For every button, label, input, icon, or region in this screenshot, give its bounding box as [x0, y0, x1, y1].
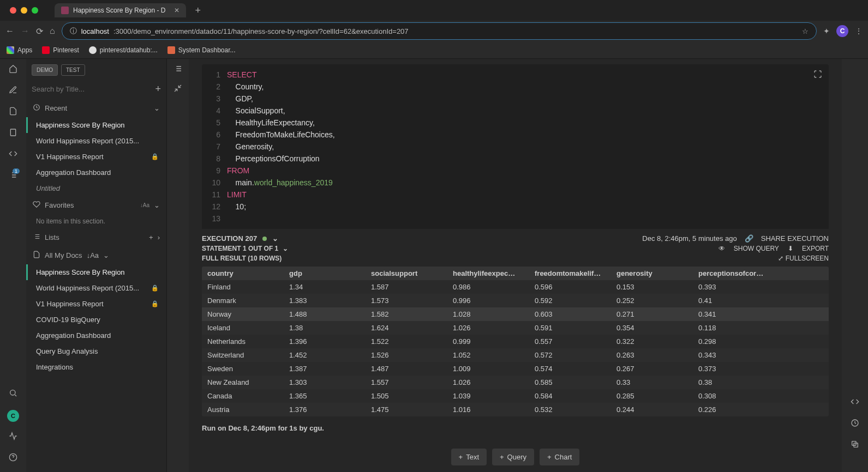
share-execution-button[interactable]: SHARE EXECUTION	[761, 234, 829, 243]
user-avatar[interactable]: C	[7, 410, 19, 422]
export-button[interactable]: EXPORT	[802, 245, 829, 252]
table-row[interactable]: New Zealand1.3031.5571.0260.5850.330.38	[202, 376, 829, 389]
table-row[interactable]: Canada1.3651.5051.0390.5840.2850.308	[202, 389, 829, 403]
add-doc-button[interactable]: +	[155, 83, 161, 95]
help-icon[interactable]	[9, 453, 17, 464]
window-minimize-icon[interactable]	[21, 7, 27, 14]
window-close-icon[interactable]	[10, 7, 16, 14]
sidebar-item[interactable]: World Happiness Report (2015...🔒	[26, 280, 166, 296]
column-header[interactable]: gdp	[284, 267, 366, 280]
sidebar-item[interactable]: V1 Happiness Report🔒	[26, 296, 166, 312]
link-icon[interactable]: 🔗	[745, 234, 753, 243]
lock-icon: 🔒	[151, 153, 159, 160]
browser-tab[interactable]: Happiness Score By Region - D ✕	[55, 3, 186, 17]
sidebar-item[interactable]: World Happiness Report (2015...	[26, 133, 166, 149]
sidebar-item[interactable]: Aggregation Dashboard	[26, 165, 166, 180]
add-list-button[interactable]: +	[149, 233, 153, 241]
eye-icon: 👁	[719, 245, 725, 252]
sidebar-item[interactable]: Integrations	[26, 359, 166, 375]
file-icon[interactable]	[9, 107, 17, 118]
env-tab-test[interactable]: TEST	[61, 64, 85, 76]
table-row[interactable]: Sweden1.3871.4871.0090.5740.2670.373	[202, 362, 829, 376]
add-chart-button[interactable]: + Chart	[540, 449, 579, 465]
sidebar-item[interactable]: Happiness Score By Region	[26, 117, 166, 133]
extensions-icon[interactable]: ✦	[823, 27, 830, 35]
env-tab-demo[interactable]: DEMO	[32, 64, 58, 76]
table-row[interactable]: Norway1.4881.5821.0280.6030.2710.341	[202, 307, 829, 321]
svg-rect-0	[10, 129, 15, 136]
column-header[interactable]: country	[202, 267, 284, 280]
sidebar-item[interactable]: Untitled	[26, 180, 166, 196]
column-header[interactable]: perceptionsofcor…	[693, 267, 769, 280]
code-icon[interactable]	[851, 397, 859, 409]
statement-label: STATEMENT 1 OUT OF 1	[202, 245, 278, 252]
browser-profile-avatar[interactable]: C	[836, 25, 848, 37]
tasks-icon[interactable]: 1	[9, 171, 17, 182]
expand-icon[interactable]	[813, 70, 822, 80]
dashboard-icon	[167, 46, 175, 54]
bookmark-apps[interactable]: Apps	[7, 46, 32, 54]
sql-editor[interactable]: 1 2 3 4 5 6 7 8 9 10 11 12 13 SELECT Cou…	[202, 64, 829, 229]
outline-icon[interactable]	[173, 64, 182, 75]
sidebar-item[interactable]: V1 Happiness Report🔒	[26, 149, 166, 165]
pinterest-icon	[42, 46, 50, 54]
new-tab-button[interactable]: +	[195, 5, 201, 16]
bookmark-github[interactable]: pinterest/datahub:...	[89, 46, 158, 54]
search-icon[interactable]	[9, 389, 17, 400]
execution-label: EXECUTION 207	[202, 234, 257, 243]
forward-icon[interactable]: →	[21, 26, 29, 36]
copy-icon[interactable]	[851, 440, 859, 451]
table-row[interactable]: Austria1.3761.4751.0160.5320.2440.226	[202, 403, 829, 416]
section-lists[interactable]: Lists + ›	[26, 228, 166, 246]
book-icon[interactable]	[9, 128, 17, 140]
back-icon[interactable]: ←	[5, 26, 14, 36]
search-input[interactable]	[32, 85, 151, 93]
table-row[interactable]: Iceland1.381.6241.0260.5910.3540.118	[202, 321, 829, 335]
home-icon[interactable]: ⌂	[50, 26, 55, 36]
table-row[interactable]: Switzerland1.4521.5261.0520.5720.2630.34…	[202, 348, 829, 362]
tab-close-icon[interactable]: ✕	[174, 7, 179, 14]
table-row[interactable]: Netherlands1.3961.5220.9990.5570.3220.29…	[202, 335, 829, 348]
bookmark-star-icon[interactable]: ☆	[802, 27, 809, 35]
bookmark-dashboard[interactable]: System Dashboar...	[167, 46, 236, 54]
sort-indicator[interactable]: ↓Aa	[87, 251, 99, 259]
table-row[interactable]: Finland1.341.5870.9860.5960.1530.393	[202, 280, 829, 294]
sidebar-item[interactable]: Happiness Score By Region	[26, 264, 166, 280]
browser-menu-icon[interactable]: ⋮	[855, 27, 863, 35]
bookmark-pinterest[interactable]: Pinterest	[42, 46, 79, 54]
activity-icon[interactable]	[9, 432, 17, 443]
github-icon	[89, 46, 97, 54]
reload-icon[interactable]: ⟳	[36, 26, 43, 37]
home-icon[interactable]	[9, 64, 17, 76]
edit-icon[interactable]	[9, 86, 17, 97]
lock-icon: 🔒	[151, 285, 159, 292]
code-icon[interactable]	[9, 149, 17, 161]
sort-indicator[interactable]: ↓Aa	[140, 202, 149, 208]
add-query-button[interactable]: + Query	[492, 449, 534, 465]
sidebar-item[interactable]: COVID-19 BigQuery	[26, 312, 166, 328]
fullscreen-button[interactable]: ⤢ FULLSCREEN	[778, 255, 829, 262]
doc-icon	[33, 251, 40, 260]
show-query-button[interactable]: SHOW QUERY	[734, 245, 779, 252]
section-recent[interactable]: Recent ⌄	[26, 99, 166, 117]
url-input[interactable]: ⓘ localhost:3000/demo_environment/datado…	[62, 22, 817, 40]
column-header[interactable]: socialsupport	[366, 267, 447, 280]
sidebar-item[interactable]: Query Bug Analysis	[26, 343, 166, 359]
section-favorites[interactable]: Favorites ↓Aa ⌄	[26, 196, 166, 214]
code-body[interactable]: SELECT Country, GDP, SocialSupport, Heal…	[227, 69, 829, 225]
collapse-icon[interactable]	[173, 84, 182, 95]
sidebar-item[interactable]: Aggregation Dashboard	[26, 328, 166, 343]
tab-title: Happiness Score By Region - D	[73, 7, 165, 14]
history-icon[interactable]	[851, 419, 859, 430]
window-maximize-icon[interactable]	[32, 7, 38, 14]
favorites-empty: No items in this section.	[26, 214, 166, 228]
line-gutter: 1 2 3 4 5 6 7 8 9 10 11 12 13	[202, 69, 227, 225]
statement-dropdown-icon[interactable]: ⌄	[283, 245, 288, 252]
execution-dropdown-icon[interactable]: ⌄	[272, 234, 278, 243]
add-text-button[interactable]: + Text	[451, 449, 487, 465]
column-header[interactable]: generosity	[611, 267, 693, 280]
column-header[interactable]: healthylifeexpec…	[447, 267, 529, 280]
section-all-docs[interactable]: All My Docs ↓Aa ⌄	[26, 246, 166, 264]
table-row[interactable]: Denmark1.3831.5730.9960.5920.2520.41	[202, 294, 829, 307]
column-header[interactable]: freedomtomakelif…	[529, 267, 611, 280]
